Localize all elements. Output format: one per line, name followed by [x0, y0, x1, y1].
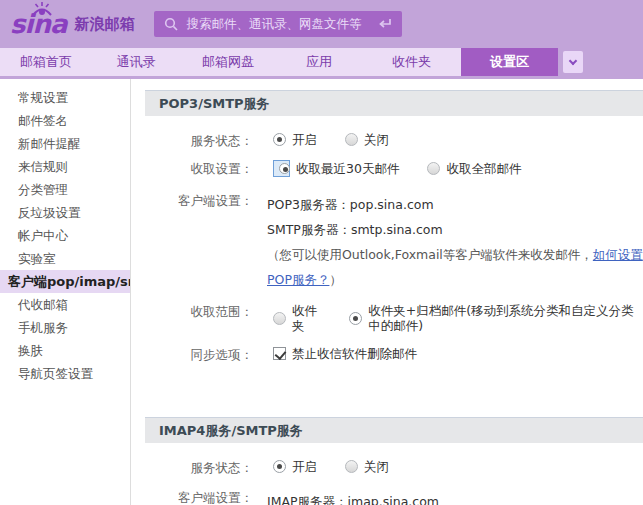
pop3-server-value: POP3服务器：pop.sina.com [267, 192, 643, 217]
imap-status-on-text: 开启 [292, 459, 317, 474]
settings-content: POP3/SMTP服务 服务状态： 开启 关闭 [131, 79, 643, 505]
pop3-fetch-recent-focus [273, 160, 290, 177]
pop3-scope-archive-radio[interactable] [349, 312, 362, 325]
sidebar-item-signature[interactable]: 邮件签名 [0, 109, 130, 132]
tabs-group: 邮箱首页 通讯录 邮箱网盘 应用 收件夹 设置区 [0, 48, 558, 76]
pop3-client-label: 客户端设置： [145, 192, 253, 209]
search-icon [164, 17, 178, 31]
sidebar-item-account-center[interactable]: 帐户中心 [0, 224, 130, 247]
imap-status-off-radio[interactable] [345, 460, 358, 473]
chevron-down-icon [569, 56, 577, 64]
tab-netdisk[interactable]: 邮箱网盘 [180, 48, 276, 76]
nav-filler [583, 48, 643, 76]
pop3-status-row: 服务状态： 开启 关闭 [145, 132, 643, 149]
pop3-sync-text: 禁止收信软件删除邮件 [292, 346, 417, 361]
imap-status-on-radio[interactable] [273, 460, 286, 473]
tab-settings[interactable]: 设置区 [461, 48, 558, 76]
pop3-scope-inbox-radio[interactable] [273, 312, 286, 325]
imap-section-body: 服务状态： 开启 关闭 客户端设置： [145, 443, 643, 505]
settings-sidebar: 常规设置 邮件签名 新邮件提醒 来信规则 分类管理 反垃圾设置 帐户中心 实验室… [0, 79, 131, 505]
tabs-dropdown-button[interactable] [563, 51, 583, 73]
pop3-sync-row: 同步选项： 禁止收信软件删除邮件 [145, 346, 643, 363]
pop3-fetch-all-text: 收取全部邮件 [446, 161, 521, 176]
pop3-status-label: 服务状态： [145, 132, 253, 149]
pop3-scope-inbox-option[interactable]: 收件夹 [267, 303, 321, 333]
tab-apps[interactable]: 应用 [276, 48, 362, 76]
sidebar-item-mobile-service[interactable]: 手机服务 [0, 316, 130, 339]
pop3-fetch-recent-text: 收取最近30天邮件 [296, 161, 399, 176]
tab-mail-home[interactable]: 邮箱首页 [0, 48, 92, 76]
pop3-scope-row: 收取范围： 收件夹 收件夹+归档邮件(移动到系统分类和自定义分类中的邮件) [145, 303, 643, 333]
sidebar-item-category[interactable]: 分类管理 [0, 178, 130, 201]
pop3-status-on-radio[interactable] [273, 133, 286, 146]
pop3-note-prefix: （您可以使用Outlook,Foxmail等客户端软件来收发邮件， [267, 247, 593, 262]
sina-logo[interactable]: sina 新浪邮箱 [10, 12, 134, 36]
imap-client-row: 客户端设置： IMAP服务器：imap.sina.com SMTP服务器：smt… [145, 489, 643, 505]
imap-status-row: 服务状态： 开启 关闭 [145, 459, 643, 476]
pop3-note-suffix: ） [329, 272, 342, 287]
pop3-scope-archive-text: 收件夹+归档邮件(移动到系统分类和自定义分类中的邮件) [368, 303, 643, 333]
imap-status-off-option[interactable]: 关闭 [339, 459, 389, 474]
sidebar-item-collect-mailbox[interactable]: 代收邮箱 [0, 293, 130, 316]
pop3-fetch-row: 收取设置： 收取最近30天邮件 收取全部邮件 [145, 160, 643, 177]
pop3-scope-label: 收取范围： [145, 303, 253, 320]
pop3-section-title: POP3/SMTP服务 [145, 90, 643, 116]
sidebar-item-skin[interactable]: 换肤 [0, 339, 130, 362]
pop3-status-on-option[interactable]: 开启 [267, 132, 317, 147]
pop3-fetch-recent-radio[interactable] [279, 163, 290, 174]
main-nav: 邮箱首页 通讯录 邮箱网盘 应用 收件夹 设置区 [0, 48, 643, 76]
header: sina 新浪邮箱 搜索邮件、通讯录、网盘文件等 [0, 0, 643, 48]
pop3-sync-label: 同步选项： [145, 346, 253, 363]
sidebar-item-nav-tabs-setting[interactable]: 导航页签设置 [0, 362, 130, 385]
pop3-client-row: 客户端设置： POP3服务器：pop.sina.com SMTP服务器：smtp… [145, 192, 643, 292]
sidebar-item-general[interactable]: 常规设置 [0, 86, 130, 109]
pop3-status-off-text: 关闭 [364, 132, 389, 147]
imap-section-title: IMAP4服务/SMTP服务 [145, 417, 643, 443]
pop3-sync-option[interactable]: 禁止收信软件删除邮件 [267, 346, 417, 361]
pop3-scope-archive-option[interactable]: 收件夹+归档邮件(移动到系统分类和自定义分类中的邮件) [343, 303, 643, 333]
pop3-smtp-server-value: SMTP服务器：smtp.sina.com [267, 217, 643, 242]
brand-name: 新浪邮箱 [74, 15, 134, 34]
search-input[interactable]: 搜索邮件、通讯录、网盘文件等 [154, 11, 402, 37]
pop3-section-body: 服务状态： 开启 关闭 收取设置： [145, 116, 643, 367]
pop3-sync-checkbox[interactable] [273, 347, 286, 360]
pop3-status-off-option[interactable]: 关闭 [339, 132, 389, 147]
pop3-fetch-all-radio[interactable] [427, 162, 440, 175]
pop3-status-on-text: 开启 [292, 132, 317, 147]
pop3-scope-inbox-text: 收件夹 [292, 303, 321, 333]
pop3-status-off-radio[interactable] [345, 133, 358, 146]
pop3-client-note: （您可以使用Outlook,Foxmail等客户端软件来收发邮件，如何设置POP… [267, 242, 643, 292]
sidebar-item-lab[interactable]: 实验室 [0, 247, 130, 270]
pop3-fetch-all-option[interactable]: 收取全部邮件 [421, 161, 521, 176]
sidebar-item-antispam[interactable]: 反垃圾设置 [0, 201, 130, 224]
sina-mail-settings-page: sina 新浪邮箱 搜索邮件、通讯录、网盘文件等 邮箱首页 通讯录 [0, 0, 643, 505]
pop3-fetch-recent-option[interactable]: 收取最近30天邮件 [267, 160, 399, 177]
pop3-fetch-label: 收取设置： [145, 160, 253, 177]
imap-client-label: 客户端设置： [145, 489, 253, 505]
search-placeholder: 搜索邮件、通讯录、网盘文件等 [186, 16, 361, 33]
enter-icon[interactable] [377, 18, 392, 30]
sidebar-item-client-pop-imap-smtp[interactable]: 客户端pop/imap/smtp [0, 270, 130, 293]
imap-status-off-text: 关闭 [364, 459, 389, 474]
sidebar-item-mail-rules[interactable]: 来信规则 [0, 155, 130, 178]
imap-status-on-option[interactable]: 开启 [267, 459, 317, 474]
imap-status-label: 服务状态： [145, 459, 253, 476]
tab-inbox[interactable]: 收件夹 [362, 48, 461, 76]
imap-server-value: IMAP服务器：imap.sina.com [267, 489, 643, 505]
sidebar-item-new-mail-alert[interactable]: 新邮件提醒 [0, 132, 130, 155]
sina-eye-icon [30, 1, 54, 21]
tab-contacts[interactable]: 通讯录 [92, 48, 180, 76]
